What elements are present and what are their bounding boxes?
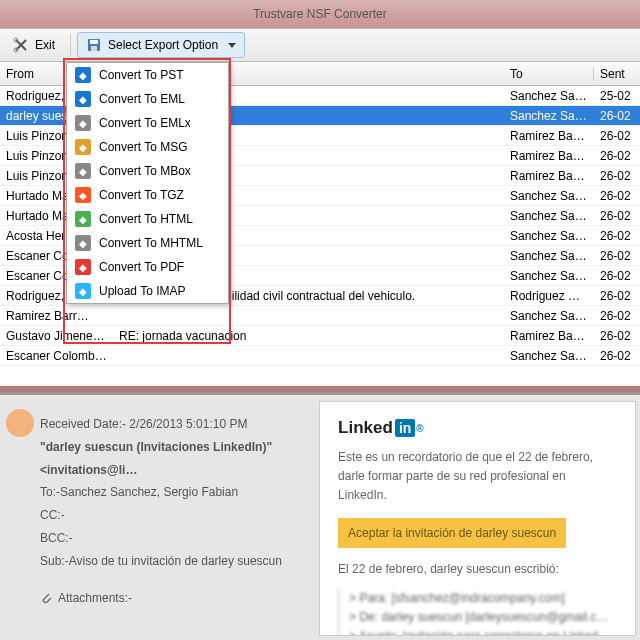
format-icon: ◆ [75, 235, 91, 251]
menu-item[interactable]: ◆Convert To TGZ [67, 183, 228, 207]
preview-subject: Sub:-Aviso de tu invitación de darley su… [40, 550, 303, 573]
menu-item[interactable]: ◆Convert To EMLx [67, 111, 228, 135]
exit-button[interactable]: Exit [4, 32, 64, 58]
menu-item[interactable]: ◆Convert To MHTML [67, 231, 228, 255]
column-to[interactable]: To [504, 67, 594, 81]
format-icon: ◆ [75, 139, 91, 155]
linkedin-accept-button[interactable]: Aceptar la invitación de darley suescun [338, 518, 566, 548]
table-row[interactable]: Escaner Colomb…Sanchez Sanche…26-02 [0, 346, 640, 366]
menu-item[interactable]: ◆Convert To EML [67, 87, 228, 111]
exit-label: Exit [35, 38, 55, 52]
table-row[interactable]: Gustavo Jimene…RE: jornada vacunacionRam… [0, 326, 640, 346]
format-icon: ◆ [75, 67, 91, 83]
preview-body: Linkedin® Este es un recordatorio de que… [319, 401, 636, 636]
menu-item[interactable]: ◆Convert To MBox [67, 159, 228, 183]
format-icon: ◆ [75, 187, 91, 203]
window-title: Trustvare NSF Converter [253, 7, 387, 21]
format-icon: ◆ [75, 115, 91, 131]
toolbar-separator [70, 34, 71, 56]
linkedin-quote-head: El 22 de febrero, darley suescun escribi… [338, 560, 617, 579]
menu-item[interactable]: ◆Convert To MSG [67, 135, 228, 159]
preview-cc: CC:- [40, 504, 303, 527]
format-icon: ◆ [75, 283, 91, 299]
menu-item[interactable]: ◆Convert To PDF [67, 255, 228, 279]
preview-from: "darley suescun (Invitaciones LinkedIn)"… [40, 436, 303, 482]
preview-to: To:-Sanchez Sanchez, Sergio Fabian [40, 481, 303, 504]
export-label: Select Export Option [108, 38, 218, 52]
preview-headers: Received Date:- 2/26/2013 5:01:10 PM "da… [0, 395, 317, 640]
svg-rect-3 [90, 40, 98, 44]
window-titlebar: Trustvare NSF Converter [0, 0, 640, 28]
preview-attachments: Attachments:- [40, 587, 303, 610]
attachments-label: Attachments:- [58, 587, 132, 610]
linkedin-text: Este es un recordatorio de que el 22 de … [338, 448, 617, 506]
paperclip-icon [40, 591, 52, 605]
linkedin-quote: > Para: [sfsanchez@indracompany.com] > D… [338, 589, 617, 636]
export-dropdown-menu: ◆Convert To PST◆Convert To EML◆Convert T… [66, 62, 229, 304]
format-icon: ◆ [75, 211, 91, 227]
table-row[interactable]: Ramirez Barr…Sanchez Sanche…26-02 [0, 306, 640, 326]
toolbar: Exit Select Export Option [0, 28, 640, 62]
preview-pane: Received Date:- 2/26/2013 5:01:10 PM "da… [0, 392, 640, 640]
scissors-icon [13, 37, 29, 53]
format-icon: ◆ [75, 91, 91, 107]
preview-bcc: BCC:- [40, 527, 303, 550]
chevron-down-icon [228, 43, 236, 48]
avatar [6, 409, 34, 437]
export-dropdown-button[interactable]: Select Export Option [77, 32, 245, 58]
menu-item[interactable]: ◆Convert To HTML [67, 207, 228, 231]
linkedin-logo: Linkedin® [338, 418, 424, 438]
svg-rect-4 [91, 46, 97, 51]
format-icon: ◆ [75, 163, 91, 179]
received-date: Received Date:- 2/26/2013 5:01:10 PM [40, 413, 303, 436]
save-icon [86, 37, 102, 53]
format-icon: ◆ [75, 259, 91, 275]
menu-item[interactable]: ◆Upload To IMAP [67, 279, 228, 303]
menu-item[interactable]: ◆Convert To PST [67, 63, 228, 87]
column-sent[interactable]: Sent [594, 67, 640, 81]
